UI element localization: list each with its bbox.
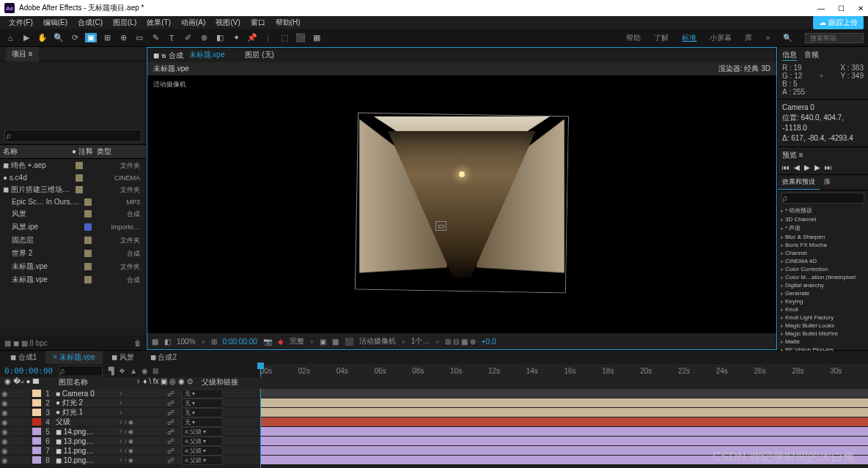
camera-gizmo-icon[interactable]: ▭ — [435, 221, 446, 231]
workspace-learn[interactable]: 了解 — [654, 33, 669, 43]
play-icon[interactable]: ▶ — [804, 163, 810, 171]
project-item[interactable]: ◼ 图片搭建三维场… 27.aep文件夹 — [0, 183, 146, 196]
layer-row[interactable]: ◉6◼ 13.png…♀ / ◉☍4.父级 ▾ — [0, 437, 260, 446]
tl-icon-2[interactable]: ❖ — [119, 367, 125, 375]
zoom-value[interactable]: 100% — [177, 338, 196, 346]
workspace-small[interactable]: 小屏幕 — [710, 33, 732, 43]
grid-icon[interactable]: ▦ — [152, 338, 158, 346]
selection-tool-icon[interactable]: ▶ — [21, 33, 32, 42]
shape-tool-icon[interactable]: ▭ — [133, 33, 145, 42]
menu-item[interactable]: 效果(T) — [142, 18, 175, 28]
fx-category[interactable]: * 声道 — [778, 223, 868, 233]
workspace-library[interactable]: 库 — [745, 33, 752, 43]
project-tab[interactable]: 项目 ≡ — [6, 47, 39, 62]
fullres-icon[interactable]: ⊞ — [211, 338, 217, 346]
zoom-tool-icon[interactable]: 🔍 — [53, 33, 65, 42]
layer-track[interactable] — [260, 437, 868, 446]
fx-category[interactable]: Keying — [778, 297, 868, 305]
help-search-input[interactable] — [805, 33, 864, 43]
fx-category[interactable]: Knoll — [778, 305, 868, 313]
camera-select[interactable]: 活动摄像机 — [359, 336, 396, 346]
track-playhead[interactable] — [260, 389, 261, 468]
fx-tab[interactable]: 效果和预设 — [778, 175, 820, 190]
menu-item[interactable]: 合成(C) — [73, 18, 107, 28]
layer-track[interactable] — [260, 408, 868, 417]
layer-row[interactable]: ◉5◼ 14.png…♀ / ◉☍4.父级 ▾ — [0, 427, 260, 437]
fx-category[interactable]: Magic Bullet Looks — [778, 322, 868, 330]
pen-tool-icon[interactable]: ✎ — [150, 33, 161, 42]
project-item[interactable]: ● s.c4dCINEMA — [0, 172, 146, 183]
timeline-tab[interactable]: ◼ 风景 — [104, 351, 141, 364]
mask-icon[interactable]: ◧ — [164, 338, 171, 346]
views-select[interactable]: 1个… — [411, 336, 430, 346]
next-frame-icon[interactable]: ▶ — [814, 163, 820, 171]
fx-category[interactable]: Generate — [778, 289, 868, 297]
transparency-icon[interactable]: ▦ — [332, 338, 339, 346]
tl-icon-5[interactable]: ⊠ — [152, 367, 158, 375]
project-item[interactable]: 风景.ipeImporte… — [0, 220, 146, 234]
playhead[interactable] — [260, 364, 261, 377]
viewer-canvas[interactable]: 活动摄像机 ▭ — [147, 75, 776, 333]
col-name[interactable]: 名称 — [3, 146, 69, 157]
layer-track[interactable] — [260, 456, 868, 465]
world-axis-icon[interactable]: ⬛ — [295, 33, 306, 42]
fx-category[interactable]: Color M…ation (timeinpixel — [778, 273, 868, 281]
puppet-tool-icon[interactable]: 📌 — [246, 33, 258, 42]
fx-category[interactable]: CINEMA 4D — [778, 257, 868, 265]
timeline-tab[interactable]: × 未标题.vpe — [45, 351, 103, 364]
fx-category[interactable]: Channel — [778, 249, 868, 257]
prev-frame-icon[interactable]: ◀ — [794, 163, 800, 171]
minimize-button[interactable]: — — [817, 4, 825, 12]
tl-icon-4[interactable]: ◉ — [141, 367, 148, 375]
layer-row[interactable]: ◉8◼ 10.png…♀ / ◉☍4.父级 ▾ — [0, 456, 260, 465]
project-item[interactable]: 风景合成 — [0, 207, 146, 220]
project-item[interactable]: 未标题.vpe文件夹 — [0, 260, 146, 273]
menu-item[interactable]: 文件(F) — [4, 18, 37, 28]
workspace-help[interactable]: 帮助 — [626, 33, 641, 43]
info-tab[interactable]: 信息 — [782, 50, 797, 61]
workspace-more-icon[interactable]: » — [765, 34, 770, 42]
menu-item[interactable]: 帮助(H) — [271, 18, 305, 28]
brush-tool-icon[interactable]: ✐ — [182, 33, 194, 42]
time-display[interactable]: 0:00:00:00 — [223, 338, 257, 346]
trash-icon[interactable]: 🗑 — [134, 339, 141, 347]
roto-tool-icon[interactable]: ✦ — [230, 33, 242, 42]
fx-category[interactable]: Digital anarchy — [778, 281, 868, 289]
text-tool-icon[interactable]: T — [166, 34, 177, 42]
timeline-ruler[interactable]: 00s02s04s06s08s10s12s14s16s18s20s22s24s2… — [260, 364, 868, 377]
tl-icon-3[interactable]: ▲ — [130, 367, 137, 375]
viewer-sub-tab[interactable]: 未标题.vpe — [153, 64, 189, 74]
menu-item[interactable]: 图层(L) — [108, 18, 141, 28]
hand-tool-icon[interactable]: ✋ — [37, 33, 48, 42]
home-icon[interactable]: ⌂ — [4, 34, 16, 42]
library-tab[interactable]: 库 — [820, 175, 835, 190]
maximize-button[interactable]: ☐ — [838, 4, 845, 12]
layer-row[interactable]: ◉7◼ 11.png…♀ / ◉☍4.父级 ▾ — [0, 446, 260, 456]
layer-row[interactable]: ◉2● 灯光 2♀☍无 ▾ — [0, 398, 260, 408]
project-item[interactable]: 固态层文件夹 — [0, 234, 146, 247]
menu-item[interactable]: 编辑(E) — [39, 18, 72, 28]
layer-track[interactable] — [260, 446, 868, 456]
layer-track[interactable] — [260, 417, 868, 427]
anchor-tool-icon[interactable]: ⊕ — [117, 33, 129, 42]
layer-track[interactable] — [260, 398, 868, 408]
viewer-tab-name[interactable]: 未标题.vpe — [189, 50, 225, 60]
project-item[interactable]: 世界 2合成 — [0, 247, 146, 260]
project-bit-depth[interactable]: ▦ ◼ ▦ 8 bpc — [4, 339, 48, 347]
col-layer-name[interactable]: 图层名称 — [59, 377, 136, 389]
timeline-search-input[interactable] — [59, 365, 103, 376]
col-label[interactable]: ● 注释 — [72, 146, 94, 157]
fx-category[interactable]: Magic Bullet MisFire — [778, 330, 868, 338]
project-item[interactable]: ◼ 纯色 +.aep文件夹 — [0, 159, 146, 172]
fx-category[interactable]: Boris FX Mocha — [778, 241, 868, 249]
layer-track[interactable] — [260, 389, 868, 398]
tl-icon-1[interactable]: ▜ — [108, 367, 114, 375]
project-item[interactable]: Epic Sc… In Ours.mp3MP3 — [0, 196, 146, 207]
last-frame-icon[interactable]: ⏭ — [825, 163, 832, 171]
menu-item[interactable]: 视图(V) — [211, 18, 244, 28]
cloud-upload-button[interactable]: ☁ 跟踪上传 — [813, 16, 864, 29]
first-frame-icon[interactable]: ⏮ — [782, 163, 790, 171]
fx-search-input[interactable] — [781, 193, 864, 204]
layer-row[interactable]: ◉1■ Camera 0♀☍无 ▾ — [0, 389, 260, 398]
menu-item[interactable]: 窗口 — [246, 18, 270, 28]
